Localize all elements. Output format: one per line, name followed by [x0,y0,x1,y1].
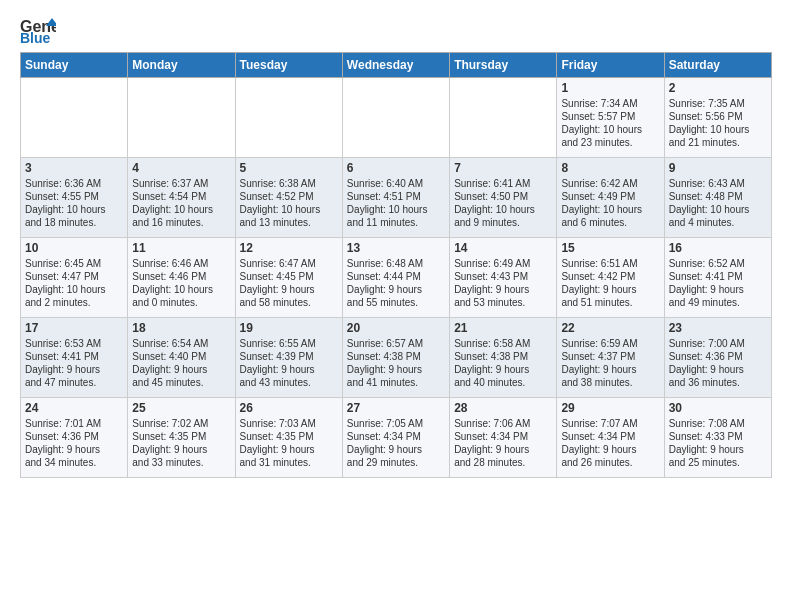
day-info: Daylight: 9 hours [347,443,445,456]
day-info: Sunset: 4:42 PM [561,270,659,283]
day-info: and 40 minutes. [454,376,552,389]
day-number: 7 [454,161,552,175]
day-info: and 33 minutes. [132,456,230,469]
day-cell: 23Sunrise: 7:00 AMSunset: 4:36 PMDayligh… [664,318,771,398]
day-info: Sunrise: 6:46 AM [132,257,230,270]
day-info: Sunset: 4:34 PM [347,430,445,443]
day-info: Sunrise: 7:03 AM [240,417,338,430]
day-cell: 12Sunrise: 6:47 AMSunset: 4:45 PMDayligh… [235,238,342,318]
day-info: Daylight: 9 hours [669,443,767,456]
day-cell: 6Sunrise: 6:40 AMSunset: 4:51 PMDaylight… [342,158,449,238]
day-info: and 23 minutes. [561,136,659,149]
day-info: Sunset: 4:47 PM [25,270,123,283]
day-info: Sunrise: 7:05 AM [347,417,445,430]
day-info: Sunrise: 7:01 AM [25,417,123,430]
day-number: 30 [669,401,767,415]
day-number: 28 [454,401,552,415]
day-info: Sunrise: 7:34 AM [561,97,659,110]
day-cell: 22Sunrise: 6:59 AMSunset: 4:37 PMDayligh… [557,318,664,398]
calendar: SundayMondayTuesdayWednesdayThursdayFrid… [20,52,772,478]
day-info: Sunset: 4:34 PM [561,430,659,443]
day-cell: 7Sunrise: 6:41 AMSunset: 4:50 PMDaylight… [450,158,557,238]
day-info: Sunrise: 6:42 AM [561,177,659,190]
day-cell: 10Sunrise: 6:45 AMSunset: 4:47 PMDayligh… [21,238,128,318]
day-info: Sunrise: 6:49 AM [454,257,552,270]
day-cell: 1Sunrise: 7:34 AMSunset: 5:57 PMDaylight… [557,78,664,158]
day-info: and 43 minutes. [240,376,338,389]
week-row-2: 10Sunrise: 6:45 AMSunset: 4:47 PMDayligh… [21,238,772,318]
day-info: and 58 minutes. [240,296,338,309]
day-info: Sunset: 5:56 PM [669,110,767,123]
day-cell: 18Sunrise: 6:54 AMSunset: 4:40 PMDayligh… [128,318,235,398]
day-info: Daylight: 9 hours [347,283,445,296]
day-info: and 38 minutes. [561,376,659,389]
day-info: and 4 minutes. [669,216,767,229]
day-cell: 24Sunrise: 7:01 AMSunset: 4:36 PMDayligh… [21,398,128,478]
day-info: Sunset: 4:41 PM [25,350,123,363]
day-info: and 26 minutes. [561,456,659,469]
day-number: 10 [25,241,123,255]
day-info: Sunset: 4:48 PM [669,190,767,203]
day-cell: 25Sunrise: 7:02 AMSunset: 4:35 PMDayligh… [128,398,235,478]
day-number: 4 [132,161,230,175]
calendar-header: SundayMondayTuesdayWednesdayThursdayFrid… [21,53,772,78]
day-info: Daylight: 9 hours [132,363,230,376]
day-info: Sunrise: 7:06 AM [454,417,552,430]
day-info: Sunrise: 6:57 AM [347,337,445,350]
day-number: 19 [240,321,338,335]
header-day-sunday: Sunday [21,53,128,78]
day-number: 24 [25,401,123,415]
header-row: SundayMondayTuesdayWednesdayThursdayFrid… [21,53,772,78]
day-info: Sunrise: 6:38 AM [240,177,338,190]
day-number: 18 [132,321,230,335]
day-info: Daylight: 9 hours [132,443,230,456]
day-number: 29 [561,401,659,415]
day-number: 16 [669,241,767,255]
day-cell: 17Sunrise: 6:53 AMSunset: 4:41 PMDayligh… [21,318,128,398]
day-info: Daylight: 9 hours [25,443,123,456]
day-cell: 4Sunrise: 6:37 AMSunset: 4:54 PMDaylight… [128,158,235,238]
day-info: Sunset: 5:57 PM [561,110,659,123]
day-info: Daylight: 10 hours [561,123,659,136]
day-cell: 5Sunrise: 6:38 AMSunset: 4:52 PMDaylight… [235,158,342,238]
day-info: Daylight: 9 hours [669,363,767,376]
day-info: and 34 minutes. [25,456,123,469]
day-cell: 19Sunrise: 6:55 AMSunset: 4:39 PMDayligh… [235,318,342,398]
day-cell: 29Sunrise: 7:07 AMSunset: 4:34 PMDayligh… [557,398,664,478]
day-cell [342,78,449,158]
day-cell [450,78,557,158]
week-row-3: 17Sunrise: 6:53 AMSunset: 4:41 PMDayligh… [21,318,772,398]
day-info: Daylight: 9 hours [240,443,338,456]
day-info: Sunset: 4:46 PM [132,270,230,283]
day-number: 5 [240,161,338,175]
day-cell: 26Sunrise: 7:03 AMSunset: 4:35 PMDayligh… [235,398,342,478]
day-info: Sunset: 4:35 PM [240,430,338,443]
day-number: 25 [132,401,230,415]
day-info: Daylight: 10 hours [25,203,123,216]
day-number: 23 [669,321,767,335]
day-number: 20 [347,321,445,335]
day-cell: 27Sunrise: 7:05 AMSunset: 4:34 PMDayligh… [342,398,449,478]
day-info: Sunrise: 7:02 AM [132,417,230,430]
day-number: 8 [561,161,659,175]
day-info: Sunrise: 6:45 AM [25,257,123,270]
day-cell: 3Sunrise: 6:36 AMSunset: 4:55 PMDaylight… [21,158,128,238]
day-cell: 16Sunrise: 6:52 AMSunset: 4:41 PMDayligh… [664,238,771,318]
day-info: and 13 minutes. [240,216,338,229]
header: General Blue [20,16,772,44]
day-info: Sunset: 4:36 PM [669,350,767,363]
day-info: and 47 minutes. [25,376,123,389]
day-info: and 28 minutes. [454,456,552,469]
day-info: and 16 minutes. [132,216,230,229]
day-info: Sunrise: 6:43 AM [669,177,767,190]
day-info: and 9 minutes. [454,216,552,229]
day-info: and 53 minutes. [454,296,552,309]
day-info: and 6 minutes. [561,216,659,229]
day-cell [128,78,235,158]
page: General Blue SundayMondayTuesdayWednesda… [0,0,792,488]
day-info: and 11 minutes. [347,216,445,229]
day-info: Sunrise: 6:37 AM [132,177,230,190]
day-info: Sunset: 4:50 PM [454,190,552,203]
day-info: Sunrise: 6:51 AM [561,257,659,270]
day-info: Sunset: 4:38 PM [454,350,552,363]
